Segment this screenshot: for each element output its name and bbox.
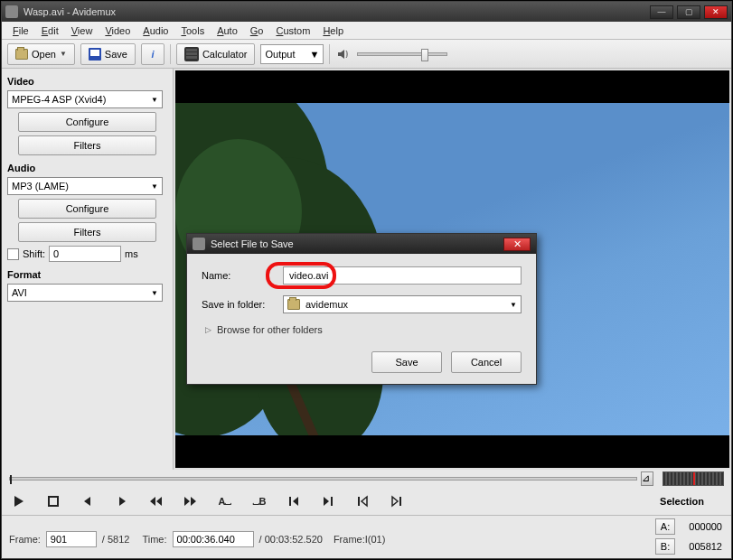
video-codec-select[interactable]: MPEG-4 ASP (Xvid4) ▼ (7, 90, 163, 108)
speaker-icon[interactable] (335, 46, 352, 62)
sidebar: Video MPEG-4 ASP (Xvid4) ▼ Configure Fil… (2, 69, 174, 470)
menubar: File Edit View Video Audio Tools Auto Go… (2, 22, 731, 40)
time-input[interactable] (173, 531, 254, 547)
scrub-track[interactable] (9, 477, 637, 481)
svg-rect-8 (331, 497, 333, 506)
chevron-down-icon: ▼ (60, 50, 67, 58)
format-select[interactable]: AVI ▼ (7, 284, 163, 302)
audio-codec-value: MP3 (LAME) (12, 181, 69, 191)
goto-a-button[interactable]: A: (655, 518, 675, 535)
audio-configure-button[interactable]: Configure (18, 199, 156, 219)
menu-auto[interactable]: Auto (211, 23, 243, 38)
audio-codec-select[interactable]: MP3 (LAME) ▼ (7, 177, 163, 195)
menu-file[interactable]: File (7, 23, 34, 38)
letterbox-top (175, 70, 729, 103)
dialog-icon (193, 238, 205, 250)
browse-label: Browse for other folders (217, 324, 323, 335)
dialog-close-button[interactable]: ✕ (503, 238, 531, 251)
browse-expander[interactable]: ▷ Browse for other folders (202, 324, 522, 335)
menu-tools[interactable]: Tools (175, 23, 210, 38)
menu-help[interactable]: Help (317, 23, 349, 38)
name-label: Name: (202, 270, 274, 281)
toolbar: Open ▼ Save i Calculator Output ▼ (2, 40, 731, 69)
shift-unit: ms (125, 248, 138, 259)
folder-label: Save in folder: (202, 299, 274, 310)
menu-edit[interactable]: Edit (36, 23, 64, 38)
prev-keyframe-button[interactable] (354, 494, 371, 509)
scrub-end-button[interactable]: ⊿ (641, 471, 653, 486)
dialog-title: Select File to Save (211, 238, 498, 249)
play-button[interactable] (11, 494, 27, 509)
dialog-titlebar: Select File to Save ✕ (187, 234, 536, 254)
minimize-button[interactable]: — (650, 5, 673, 19)
separator (170, 44, 171, 64)
app-icon (5, 5, 18, 18)
a-value: 000000 (679, 521, 722, 532)
dialog-cancel-button[interactable]: Cancel (451, 351, 522, 373)
chevron-down-icon: ▼ (151, 182, 158, 191)
info-button[interactable]: i (141, 43, 164, 65)
output-select[interactable]: Output ▼ (260, 44, 324, 64)
stop-button[interactable] (45, 494, 61, 509)
window-title: Wasp.avi - Avidemux (23, 6, 650, 17)
video-filters-button[interactable]: Filters (18, 135, 156, 155)
b-value: 005812 (679, 541, 722, 552)
selection-label: Selection (660, 496, 722, 507)
filename-input[interactable] (283, 266, 522, 285)
goto-end-button[interactable] (320, 494, 336, 509)
frame-type: Frame:I(01) (334, 534, 385, 545)
selection-indicator (663, 471, 724, 486)
shift-checkbox[interactable] (7, 248, 19, 260)
calculator-button[interactable]: Calculator (176, 43, 256, 65)
calculator-label: Calculator (202, 49, 248, 60)
time-label: Time: (142, 534, 166, 545)
next-keyframe-button[interactable] (389, 494, 405, 509)
slider-thumb[interactable] (421, 49, 428, 61)
video-section-label: Video (7, 76, 167, 87)
folder-icon (287, 299, 300, 310)
prev-frame-button[interactable] (80, 494, 96, 509)
audio-section-label: Audio (7, 163, 167, 173)
scrub-bar: ⊿ (2, 470, 731, 488)
open-button[interactable]: Open ▼ (7, 43, 75, 65)
folder-select[interactable]: avidemux ▼ (283, 295, 522, 313)
video-configure-button[interactable]: Configure (18, 112, 156, 132)
save-button[interactable]: Save (80, 43, 136, 65)
chevron-down-icon: ▼ (151, 96, 158, 104)
mark-b-button[interactable]: ⎵B (251, 494, 268, 509)
mark-a-button[interactable]: A⎵ (217, 494, 233, 509)
next-frame-button[interactable] (114, 494, 130, 509)
scrub-position[interactable] (10, 475, 12, 484)
shift-input[interactable] (49, 246, 121, 262)
menu-video[interactable]: Video (99, 23, 136, 38)
time-total: / 00:03:52.520 (259, 534, 323, 545)
calculator-icon (184, 47, 199, 61)
folder-value: avidemux (305, 299, 348, 310)
video-codec-value: MPEG-4 ASP (Xvid4) (12, 94, 106, 105)
titlebar: Wasp.avi - Avidemux — ▢ ✕ (2, 2, 731, 22)
frame-input[interactable] (46, 531, 97, 547)
close-button[interactable]: ✕ (704, 5, 728, 19)
triangle-right-icon: ▷ (205, 325, 211, 334)
dialog-save-button[interactable]: Save (371, 351, 442, 373)
menu-go[interactable]: Go (245, 23, 269, 38)
menu-view[interactable]: View (66, 23, 99, 38)
goto-b-button[interactable]: B: (655, 538, 675, 555)
frame-total: / 5812 (102, 534, 130, 545)
separator (329, 44, 330, 64)
menu-custom[interactable]: Custom (270, 23, 315, 38)
save-file-dialog: Select File to Save ✕ Name: Save in fold… (186, 233, 537, 385)
goto-start-button[interactable] (286, 494, 302, 509)
frame-label: Frame: (9, 534, 41, 545)
volume-slider[interactable] (357, 52, 447, 56)
audio-filters-button[interactable]: Filters (18, 222, 156, 242)
forward-button[interactable] (183, 494, 199, 509)
output-label: Output (265, 49, 295, 60)
maximize-button[interactable]: ▢ (677, 5, 700, 19)
format-section-label: Format (7, 269, 167, 280)
rewind-button[interactable] (148, 494, 164, 509)
b-row: B: 005812 (655, 538, 722, 555)
chevron-down-icon: ▼ (151, 289, 158, 297)
save-icon (89, 48, 101, 61)
menu-audio[interactable]: Audio (137, 23, 174, 38)
